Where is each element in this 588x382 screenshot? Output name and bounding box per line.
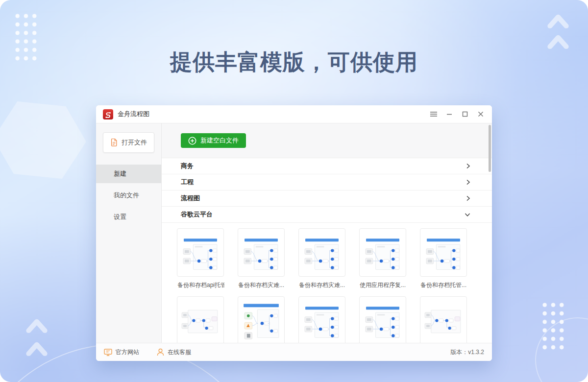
open-file-button[interactable]: 打开文件 — [103, 132, 154, 153]
template-thumbnail — [177, 229, 223, 276]
sidebar-menu: 新建 我的文件 设置 — [96, 165, 161, 226]
plus-circle-icon — [188, 137, 196, 145]
template-caption: 备份和存档灾难... — [238, 281, 285, 289]
sidebar-item-label: 设置 — [114, 213, 126, 221]
maximize-button[interactable] — [462, 111, 468, 118]
new-blank-file-label: 新建空白文件 — [200, 136, 239, 145]
window-body: 打开文件 新建 我的文件 设置 — [96, 123, 492, 343]
template-thumbnail — [360, 229, 406, 276]
template-thumbnail — [420, 229, 466, 276]
category-row-business[interactable]: 商务 — [162, 158, 492, 174]
chevron-up-icon — [25, 341, 48, 356]
dot-grid-decoration — [540, 301, 566, 352]
template-thumbnail — [238, 229, 284, 276]
category-row-google-cloud[interactable]: 谷歌云平台 — [162, 207, 492, 223]
chevron-right-icon — [466, 179, 470, 185]
category-label: 商务 — [181, 162, 194, 170]
category-label: 流程图 — [181, 194, 200, 203]
person-icon — [157, 348, 164, 356]
document-icon — [110, 139, 118, 146]
page-background: 提供丰富模版，可供使用 金舟流程图 — [0, 0, 588, 382]
template-card[interactable] — [298, 228, 345, 277]
content-toolbar: 新建空白文件 — [162, 123, 492, 158]
template-card[interactable] — [298, 296, 345, 343]
template-card[interactable] — [420, 296, 467, 343]
sidebar-item-new[interactable]: 新建 — [96, 165, 161, 183]
window-titlebar: 金舟流程图 — [96, 105, 492, 123]
template-caption: 使用应用程序复... — [360, 281, 407, 289]
open-file-label: 打开文件 — [122, 138, 147, 147]
app-window: 金舟流程图 — [96, 105, 492, 361]
chevron-up-icon — [25, 318, 48, 333]
template-card[interactable] — [238, 228, 285, 277]
template-grid: 备份和存档api托管 备份和存档灾难... 备份和存 — [162, 223, 492, 343]
hexagon-decoration — [0, 99, 86, 181]
chevron-right-icon — [466, 195, 470, 201]
sidebar-item-my-files[interactable]: 我的文件 — [96, 186, 161, 205]
close-button[interactable] — [477, 111, 484, 118]
chevron-down-icon — [465, 213, 470, 217]
sidebar-item-label: 新建 — [114, 169, 126, 178]
template-row: 备份和存档api托管 备份和存档灾难... 备份和存 — [177, 228, 492, 296]
window-title: 金舟流程图 — [118, 110, 149, 119]
official-website-link[interactable]: 官方网站 — [104, 348, 139, 357]
sidebar-item-label: 我的文件 — [114, 191, 139, 200]
minimize-button[interactable] — [446, 111, 453, 118]
category-label: 谷歌云平台 — [181, 210, 213, 219]
official-website-label: 官方网站 — [116, 348, 139, 357]
window-footer: 官方网站 在线客服 版本：v1.3.2 — [96, 343, 492, 361]
chevron-right-icon — [466, 163, 470, 169]
version-text: 版本：v1.3.2 — [450, 348, 484, 357]
template-caption: 备份和存档灾难... — [299, 281, 346, 289]
chevron-up-icon — [547, 34, 569, 49]
template-thumbnail — [360, 297, 406, 343]
template-card[interactable] — [359, 296, 406, 343]
online-support-label: 在线客服 — [168, 348, 191, 357]
vertical-scrollbar[interactable] — [489, 125, 491, 172]
template-row — [177, 296, 492, 343]
chevron-up-icon — [547, 14, 569, 28]
online-support-link[interactable]: 在线客服 — [157, 348, 191, 357]
template-thumbnail — [177, 297, 223, 343]
template-thumbnail — [238, 297, 284, 343]
template-thumbnail — [299, 297, 345, 343]
menu-icon[interactable] — [430, 111, 437, 118]
new-blank-file-button[interactable]: 新建空白文件 — [181, 133, 246, 148]
category-row-engineering[interactable]: 工程 — [162, 174, 492, 191]
main-content: 新建空白文件 商务 工程 流程图 — [162, 123, 492, 343]
category-row-flowchart[interactable]: 流程图 — [162, 191, 492, 207]
sidebar-item-settings[interactable]: 设置 — [96, 208, 161, 226]
template-thumbnail — [299, 229, 345, 276]
window-controls — [430, 111, 484, 118]
template-card[interactable] — [359, 228, 406, 277]
app-logo-icon — [103, 109, 113, 119]
template-caption: 备份和存档api托管 — [177, 281, 224, 289]
monitor-icon — [104, 349, 112, 356]
hero-title: 提供丰富模版，可供使用 — [0, 48, 588, 77]
template-card[interactable] — [238, 296, 285, 343]
template-caption: 备份和存档托管... — [420, 281, 467, 289]
sidebar: 打开文件 新建 我的文件 设置 — [96, 123, 162, 343]
template-thumbnail — [420, 297, 466, 343]
template-card[interactable] — [177, 228, 224, 277]
category-label: 工程 — [181, 178, 194, 187]
template-card[interactable] — [177, 296, 224, 343]
template-card[interactable] — [420, 228, 467, 277]
